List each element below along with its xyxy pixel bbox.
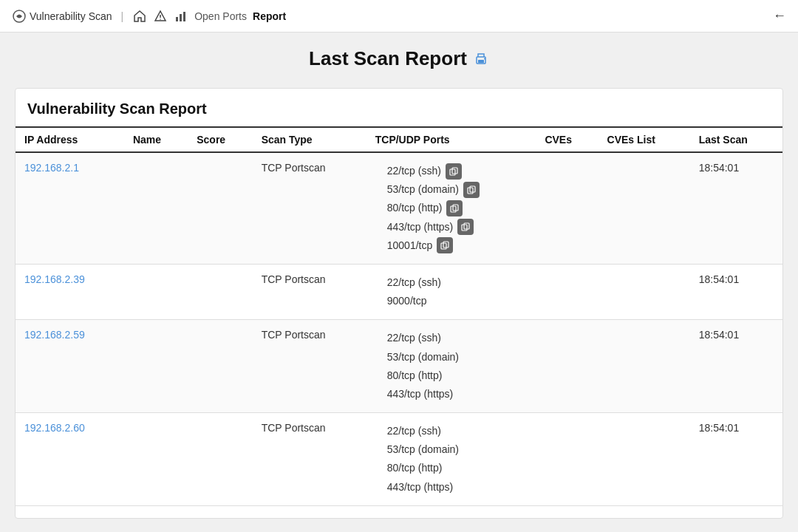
- cell-score: [188, 264, 252, 319]
- breadcrumb-open-ports[interactable]: Open Ports: [194, 10, 247, 22]
- cell-cves-list: [598, 413, 690, 506]
- copy-button[interactable]: [463, 182, 480, 198]
- navbar: Vulnerability Scan | Open Ports R: [0, 0, 798, 33]
- cell-ip: 192.168.2.59: [16, 320, 124, 413]
- port-item: 443/tcp (https): [387, 385, 528, 403]
- cell-name: [124, 152, 188, 264]
- port-item: 80/tcp (http): [387, 459, 528, 477]
- port-text: 443/tcp (https): [387, 218, 454, 236]
- port-text: 80/tcp (http): [387, 366, 443, 385]
- cell-name: [124, 264, 188, 319]
- table-row: 192.168.2.60TCP Portscan22/tcp (ssh)53/t…: [16, 413, 782, 506]
- svg-point-2: [160, 18, 160, 19]
- cell-cves-list: [598, 320, 690, 413]
- svg-rect-4: [180, 14, 182, 21]
- port-item: 80/tcp (http): [387, 199, 528, 217]
- cell-cves: [536, 413, 598, 506]
- port-text: 22/tcp (ssh): [387, 162, 441, 180]
- cell-cves: [536, 264, 598, 319]
- cell-score: [188, 152, 252, 264]
- port-item: 443/tcp (https): [387, 218, 528, 236]
- table-header: IP Address Name Score Scan Type TCP/UDP …: [16, 127, 782, 152]
- port-item: 53/tcp (domain): [387, 180, 528, 199]
- port-text: 22/tcp (ssh): [387, 422, 441, 440]
- port-text: 80/tcp (http): [387, 199, 443, 217]
- cell-last-scan: 18:54:01: [690, 320, 782, 413]
- cell-ports: 22/tcp (ssh)53/tcp (domain)80/tcp (http)…: [366, 152, 536, 264]
- nav-divider: |: [121, 10, 124, 22]
- port-text: 53/tcp (domain): [387, 440, 459, 459]
- port-item: 22/tcp (ssh): [387, 273, 528, 292]
- print-icon[interactable]: [473, 51, 489, 67]
- port-item: 22/tcp (ssh): [387, 162, 528, 180]
- cell-cves-list: [598, 264, 690, 319]
- port-item: 53/tcp (domain): [387, 348, 528, 366]
- cell-score: [188, 320, 252, 413]
- navbar-left: Vulnerability Scan | Open Ports R: [12, 9, 286, 24]
- svg-rect-7: [478, 60, 484, 63]
- back-button[interactable]: ←: [773, 8, 786, 24]
- page-title: Last Scan Report: [309, 47, 467, 70]
- table-row: 192.168.2.39TCP Portscan22/tcp (ssh)9000…: [16, 264, 782, 319]
- copy-button[interactable]: [437, 237, 453, 253]
- ip-link[interactable]: 192.168.2.39: [24, 273, 85, 285]
- port-item: 22/tcp (ssh): [387, 422, 528, 440]
- port-text: 53/tcp (domain): [387, 180, 459, 199]
- port-text: 22/tcp (ssh): [387, 329, 441, 347]
- cell-last-scan: 18:54:01: [690, 264, 782, 319]
- port-item: 53/tcp (domain): [387, 440, 528, 459]
- chart-icon[interactable]: [174, 9, 188, 24]
- ip-link[interactable]: 192.168.2.59: [24, 329, 85, 341]
- port-text: 443/tcp (https): [387, 478, 454, 497]
- svg-point-8: [484, 58, 485, 59]
- ip-link[interactable]: 192.168.2.1: [24, 162, 79, 174]
- col-ip: IP Address: [16, 127, 124, 152]
- table-body: 192.168.2.1TCP Portscan22/tcp (ssh)53/tc…: [16, 152, 782, 505]
- cell-cves: [536, 152, 598, 264]
- scan-icon: [12, 9, 27, 24]
- col-ports: TCP/UDP Ports: [366, 127, 536, 152]
- report-scroll-container[interactable]: IP Address Name Score Scan Type TCP/UDP …: [16, 126, 782, 506]
- port-item: 10001/tcp: [387, 236, 528, 255]
- port-item: 443/tcp (https): [387, 478, 528, 497]
- cell-ports: 22/tcp (ssh)53/tcp (domain)80/tcp (http)…: [366, 320, 536, 413]
- cell-ip: 192.168.2.1: [16, 152, 124, 264]
- col-cves-list: CVEs List: [598, 127, 690, 152]
- cell-last-scan: 18:54:01: [690, 152, 782, 264]
- report-container: Vulnerability Scan Report IP Address Nam…: [15, 88, 783, 519]
- port-item: 9000/tcp: [387, 292, 528, 310]
- cell-score: [188, 413, 252, 506]
- cell-last-scan: 18:54:01: [690, 413, 782, 506]
- cell-scan-type: TCP Portscan: [253, 320, 366, 413]
- col-name: Name: [124, 127, 188, 152]
- cell-cves-list: [598, 152, 690, 264]
- app-name: Vulnerability Scan: [12, 9, 112, 24]
- col-scan-type: Scan Type: [253, 127, 366, 152]
- scan-table: IP Address Name Score Scan Type TCP/UDP …: [16, 126, 782, 506]
- cell-ip: 192.168.2.39: [16, 264, 124, 319]
- col-last-scan: Last Scan: [690, 127, 782, 152]
- header-row: IP Address Name Score Scan Type TCP/UDP …: [16, 127, 782, 152]
- svg-rect-3: [176, 17, 178, 21]
- port-text: 53/tcp (domain): [387, 348, 459, 366]
- warning-icon[interactable]: [153, 9, 168, 24]
- copy-button[interactable]: [446, 200, 463, 216]
- page-title-row: Last Scan Report: [15, 47, 783, 70]
- col-score: Score: [188, 127, 252, 152]
- cell-scan-type: TCP Portscan: [253, 413, 366, 506]
- copy-button[interactable]: [446, 163, 462, 180]
- home-icon[interactable]: [132, 9, 147, 24]
- breadcrumb-report[interactable]: Report: [253, 10, 286, 22]
- ip-link[interactable]: 192.168.2.60: [24, 422, 85, 434]
- main-content: Last Scan Report Vulnerability Scan Repo…: [0, 33, 798, 532]
- copy-button[interactable]: [457, 219, 474, 235]
- cell-ports: 22/tcp (ssh)53/tcp (domain)80/tcp (http)…: [366, 413, 536, 506]
- port-text: 9000/tcp: [387, 292, 427, 310]
- table-row: 192.168.2.1TCP Portscan22/tcp (ssh)53/tc…: [16, 152, 782, 264]
- app-name-label: Vulnerability Scan: [30, 10, 112, 22]
- svg-rect-5: [183, 12, 185, 21]
- port-item: 80/tcp (http): [387, 366, 528, 385]
- cell-ports: 22/tcp (ssh)9000/tcp: [366, 264, 536, 319]
- cell-cves: [536, 320, 598, 413]
- cell-scan-type: TCP Portscan: [253, 264, 366, 319]
